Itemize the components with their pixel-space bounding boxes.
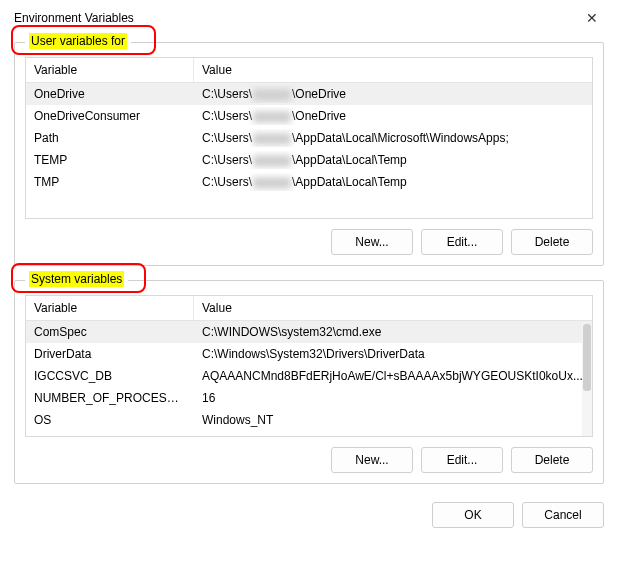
user-buttons-row: New... Edit... Delete bbox=[25, 229, 593, 255]
system-table-body: ComSpec C:\WINDOWS\system32\cmd.exe Driv… bbox=[26, 321, 592, 437]
user-variables-label-text: User variables for bbox=[29, 33, 127, 49]
titlebar: Environment Variables ✕ bbox=[0, 0, 618, 32]
variable-value: AQAAANCMnd8BFdERjHoAwE/Cl+sBAAAAx5bjWYGE… bbox=[194, 367, 592, 385]
variable-name: TEMP bbox=[26, 151, 194, 169]
variable-name: ComSpec bbox=[26, 323, 194, 341]
system-table-header: Variable Value bbox=[26, 296, 592, 321]
user-col-value[interactable]: Value bbox=[194, 58, 592, 82]
variable-name: Path bbox=[26, 433, 194, 437]
variable-name: OS bbox=[26, 411, 194, 429]
dialog-buttons-row: OK Cancel bbox=[0, 498, 618, 540]
system-variables-group-label: System variables bbox=[25, 271, 128, 287]
system-col-variable[interactable]: Variable bbox=[26, 296, 194, 320]
system-edit-button[interactable]: Edit... bbox=[421, 447, 503, 473]
system-delete-button[interactable]: Delete bbox=[511, 447, 593, 473]
window-title: Environment Variables bbox=[14, 11, 134, 25]
user-table-header: Variable Value bbox=[26, 58, 592, 83]
variable-name: IGCCSVC_DB bbox=[26, 367, 194, 385]
variable-value: C:\Users\\AppData\Local\Microsoft\Window… bbox=[194, 129, 592, 147]
variable-name: OneDrive bbox=[26, 85, 194, 103]
system-variables-table[interactable]: Variable Value ComSpec C:\WINDOWS\system… bbox=[25, 295, 593, 437]
variable-name: NUMBER_OF_PROCESSORS bbox=[26, 389, 194, 407]
system-new-button[interactable]: New... bbox=[331, 447, 413, 473]
table-row[interactable]: ComSpec C:\WINDOWS\system32\cmd.exe bbox=[26, 321, 592, 343]
variable-value: C:\Users\\OneDrive bbox=[194, 85, 592, 103]
table-row[interactable]: TMP C:\Users\\AppData\Local\Temp bbox=[26, 171, 592, 193]
cancel-button[interactable]: Cancel bbox=[522, 502, 604, 528]
system-col-value[interactable]: Value bbox=[194, 296, 592, 320]
user-new-button[interactable]: New... bbox=[331, 229, 413, 255]
variable-value: Windows_NT bbox=[194, 411, 592, 429]
table-row[interactable]: OneDrive C:\Users\\OneDrive bbox=[26, 83, 592, 105]
table-row[interactable]: Path C:\Program Files (x86)\VMware\VMwar… bbox=[26, 431, 592, 437]
variable-name: TMP bbox=[26, 173, 194, 191]
table-row[interactable]: TEMP C:\Users\\AppData\Local\Temp bbox=[26, 149, 592, 171]
ok-button[interactable]: OK bbox=[432, 502, 514, 528]
system-variables-group: System variables Variable Value ComSpec … bbox=[14, 280, 604, 484]
table-row[interactable]: NUMBER_OF_PROCESSORS 16 bbox=[26, 387, 592, 409]
scrollbar-thumb[interactable] bbox=[583, 324, 591, 391]
variable-value: C:\Users\\AppData\Local\Temp bbox=[194, 151, 592, 169]
variable-name: OneDriveConsumer bbox=[26, 107, 194, 125]
table-row[interactable]: DriverData C:\Windows\System32\Drivers\D… bbox=[26, 343, 592, 365]
user-edit-button[interactable]: Edit... bbox=[421, 229, 503, 255]
system-buttons-row: New... Edit... Delete bbox=[25, 447, 593, 473]
user-col-variable[interactable]: Variable bbox=[26, 58, 194, 82]
variable-value: C:\WINDOWS\system32\cmd.exe bbox=[194, 323, 592, 341]
variable-value: C:\Program Files (x86)\VMware\VMware Wor… bbox=[194, 433, 592, 437]
variable-value: 16 bbox=[194, 389, 592, 407]
user-variables-table[interactable]: Variable Value OneDrive C:\Users\\OneDri… bbox=[25, 57, 593, 219]
variable-value: C:\Users\\OneDrive bbox=[194, 107, 592, 125]
variable-name: Path bbox=[26, 129, 194, 147]
user-variables-group-label: User variables for bbox=[25, 33, 131, 49]
table-row[interactable]: IGCCSVC_DB AQAAANCMnd8BFdERjHoAwE/Cl+sBA… bbox=[26, 365, 592, 387]
scrollbar-track[interactable] bbox=[582, 324, 592, 436]
user-variables-group: User variables for Variable Value OneDri… bbox=[14, 42, 604, 266]
table-row[interactable]: Path C:\Users\\AppData\Local\Microsoft\W… bbox=[26, 127, 592, 149]
close-icon[interactable]: ✕ bbox=[580, 8, 604, 28]
user-delete-button[interactable]: Delete bbox=[511, 229, 593, 255]
variable-value: C:\Windows\System32\Drivers\DriverData bbox=[194, 345, 592, 363]
variable-value: C:\Users\\AppData\Local\Temp bbox=[194, 173, 592, 191]
table-row[interactable]: OneDriveConsumer C:\Users\\OneDrive bbox=[26, 105, 592, 127]
table-row[interactable]: OS Windows_NT bbox=[26, 409, 592, 431]
dialog-content: User variables for Variable Value OneDri… bbox=[0, 32, 618, 484]
user-table-body: OneDrive C:\Users\\OneDrive OneDriveCons… bbox=[26, 83, 592, 193]
system-variables-label-text: System variables bbox=[29, 271, 124, 287]
variable-name: DriverData bbox=[26, 345, 194, 363]
